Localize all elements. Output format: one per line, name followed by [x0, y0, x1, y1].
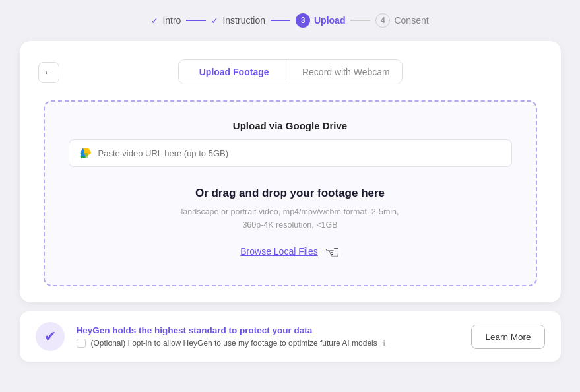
back-arrow-icon: ←: [44, 67, 54, 79]
opt-in-checkbox[interactable]: [77, 339, 86, 348]
step-line-1: [186, 20, 206, 21]
back-button[interactable]: ←: [38, 62, 59, 83]
upload-area: Upload via Google Drive Or dr: [44, 100, 537, 286]
banner-opt-in-row: (Optional) I opt-in to allow HeyGen to u…: [77, 339, 460, 348]
check-icon: ✓: [151, 16, 158, 26]
cursor-icon: ☜: [325, 242, 340, 263]
drag-drop-subtitle: landscape or portrait video, mp4/mov/web…: [69, 205, 512, 232]
step-consent-label: Consent: [394, 15, 428, 26]
gdrive-section: Upload via Google Drive: [69, 120, 512, 167]
step-line-2: [271, 20, 290, 21]
drag-section: Or drag and drop your footage here lands…: [69, 180, 512, 261]
banner-title: HeyGen holds the highest standard to pro…: [77, 325, 460, 335]
banner-text: HeyGen holds the highest standard to pro…: [77, 325, 460, 348]
step-intro-label: Intro: [162, 15, 181, 26]
tab-record-webcam[interactable]: Record with Webcam: [290, 60, 401, 84]
step-intro: ✓ Intro: [151, 15, 181, 26]
shield-checkmark-icon: ✔: [44, 328, 56, 345]
shield-icon-wrap: ✔: [36, 322, 65, 351]
step-line-3: [350, 20, 370, 21]
browse-local-files-link[interactable]: Browse Local Files: [240, 246, 318, 257]
browse-files-row: Browse Local Files ☜: [69, 241, 512, 261]
gdrive-icon: [79, 147, 92, 160]
drag-drop-title: Or drag and drop your footage here: [69, 187, 512, 200]
learn-more-button[interactable]: Learn More: [471, 325, 544, 349]
step-instruction: ✓ Instruction: [211, 15, 265, 26]
main-card: ← Upload Footage Record with Webcam Uplo…: [20, 41, 561, 302]
opt-in-label: (Optional) I opt-in to allow HeyGen to u…: [91, 339, 377, 348]
gdrive-title: Upload via Google Drive: [69, 120, 512, 131]
step-upload-num: 3: [296, 13, 310, 28]
stepper: ✓ Intro ✓ Instruction 3 Upload 4 Consent: [151, 13, 428, 28]
bottom-banner: ✔ HeyGen holds the highest standard to p…: [20, 311, 561, 362]
tab-switcher: Upload Footage Record with Webcam: [178, 59, 403, 84]
step-consent: 4 Consent: [375, 13, 428, 28]
step-upload: 3 Upload: [296, 13, 345, 28]
tab-upload-footage[interactable]: Upload Footage: [179, 60, 290, 84]
info-icon[interactable]: ℹ: [383, 339, 386, 348]
step-instruction-label: Instruction: [222, 15, 265, 26]
check-icon-2: ✓: [211, 16, 218, 26]
step-consent-num: 4: [375, 13, 390, 28]
gdrive-input-wrap[interactable]: [69, 139, 512, 167]
gdrive-url-input[interactable]: [98, 148, 502, 158]
step-upload-label: Upload: [314, 15, 345, 26]
